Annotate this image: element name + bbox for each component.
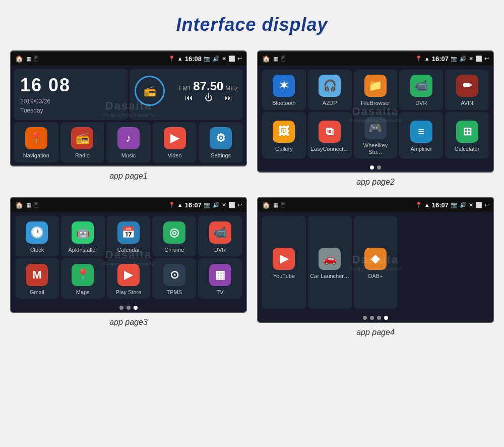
app-dab[interactable]: ◆ DAB+ [354,216,398,309]
back-icon-3[interactable]: ↩ [237,202,242,208]
amplifier-icon: ≡ [410,121,432,143]
clock-date: 2019/03/26 [20,98,121,105]
close-icon-4[interactable]: ✕ [469,202,473,208]
playstore-label: Play Store [116,289,142,296]
app-dvr-p3[interactable]: 📹 DVR [198,216,242,256]
maps-label: Maps [76,289,90,296]
clock-day: Tuesday [20,107,121,114]
apkinstaller-label: ApkInstaller [68,247,97,253]
status-bar-1: 🏠 ▦ 📱 📍 ▲ 16:08 📷 🔊 ✕ ⬜ ↩ [11,51,246,66]
signal-icon-1: ▲ [177,55,183,62]
app-filebrowser[interactable]: 📁 FileBrowser [354,70,398,110]
home-icon-3[interactable]: 🏠 [15,201,23,209]
signal-icon-3: ▲ [177,202,183,208]
app-maps[interactable]: 📍 Maps [61,258,105,299]
dvr-icon: 📹 [410,75,432,97]
app-music[interactable]: ♪ Music [106,122,151,162]
wheelkey-label: Wheelkey Stu… [356,142,396,155]
radio-widget[interactable]: 📻 FM1 87.50 MHz ⏮ [130,69,243,120]
app-apkinstaller[interactable]: 🤖 ApkInstaller [61,216,105,256]
app-bluetooth[interactable]: ✶ Bluetooth [262,70,306,110]
dot-2 [377,165,381,170]
volume-icon-2[interactable]: 🔊 [460,55,467,62]
clock-widget: 16 08 2019/03/26 Tuesday [14,69,128,120]
home-icon-1[interactable]: 🏠 [15,55,23,63]
app-clock[interactable]: 🕐 Clock [15,216,59,256]
radio-controls[interactable]: ⏮ ⏻ ⏭ [179,93,238,102]
dot-1 [370,165,374,170]
music-label: Music [121,152,136,159]
app-youtube[interactable]: ▶ YouTube [262,216,306,309]
dot-p4-3 [377,316,381,320]
radio-prev-prev[interactable]: ⏮ [185,93,193,102]
page1-top-widgets: 16 08 2019/03/26 Tuesday 📻 [14,69,243,120]
volume-icon-1[interactable]: 🔊 [213,55,220,62]
window-icon-3[interactable]: ⬜ [228,202,235,208]
app-gmail[interactable]: M Gmail [15,258,59,299]
app-video[interactable]: ▶ Video [153,122,197,162]
app-wheelkey[interactable]: 🎮 Wheelkey Stu… [354,112,398,158]
app-settings[interactable]: ⚙ Settings [199,122,243,162]
radio-label: Radio [75,152,90,159]
home-icon-2[interactable]: 🏠 [262,55,270,63]
camera-icon-4[interactable]: 📷 [451,202,458,208]
page3-dots [11,303,246,312]
tpms-label: TPMS [167,289,182,296]
calendar-icon: 📅 [117,221,140,244]
radio-power[interactable]: ⏻ [205,93,213,102]
close-icon-1[interactable]: ✕ [222,55,226,62]
page2-dots [258,162,493,172]
page1-content: 16 08 2019/03/26 Tuesday 📻 [11,66,246,165]
dvr-p3-label: DVR [214,247,226,253]
close-icon-2[interactable]: ✕ [469,55,473,62]
app-calculator[interactable]: ⊞ Calculator [445,112,489,158]
app-tv[interactable]: ▦ TV [198,258,242,299]
playstore-icon: ▶ [117,264,140,286]
calculator-label: Calculator [455,146,480,152]
screens-grid: 🏠 ▦ 📱 📍 ▲ 16:08 📷 🔊 ✕ ⬜ ↩ [0,45,504,347]
back-icon-4[interactable]: ↩ [484,202,489,208]
clock-icon: 🕐 [26,221,48,244]
camera-icon-1[interactable]: 📷 [204,55,211,62]
app-navigation[interactable]: 📍 Navigation [14,122,58,162]
time-display-4: 16:07 [432,201,449,209]
app-amplifier[interactable]: ≡ Amplifier [399,112,443,158]
time-display-3: 16:07 [185,201,202,209]
status-left-4: 🏠 ▦ 📱 [262,201,287,209]
app-chrome[interactable]: ◎ Chrome [152,216,196,256]
app-easyconnect[interactable]: ⧉ EasyConnect… [308,112,352,158]
carlauncher-label: Car Launcher… [310,273,349,280]
home-icon-4[interactable]: 🏠 [262,201,270,209]
tv-label: TV [217,289,224,296]
back-icon-2[interactable]: ↩ [484,55,489,62]
radio-next-next[interactable]: ⏭ [224,93,232,102]
radio-band-row: FM1 87.50 MHz [179,79,238,93]
clock-time: 16 08 [20,75,121,96]
app-a2dp[interactable]: 🎧 A2DP [308,70,352,110]
avin-icon: ✏ [456,75,478,97]
back-icon-1[interactable]: ↩ [237,55,242,62]
status-right-4: 📍 ▲ 16:07 📷 🔊 ✕ ⬜ ↩ [415,201,489,209]
app-gallery[interactable]: 🖼 Gallery [262,112,306,158]
window-icon-4[interactable]: ⬜ [475,202,482,208]
close-icon-3[interactable]: ✕ [222,202,226,208]
camera-icon-3[interactable]: 📷 [204,202,211,208]
dvr-label: DVR [415,100,427,106]
app-tpms[interactable]: ⊙ TPMS [152,258,196,299]
volume-icon-4[interactable]: 🔊 [460,202,467,208]
status-right-1: 📍 ▲ 16:08 📷 🔊 ✕ ⬜ ↩ [168,55,242,63]
app-carlauncher[interactable]: 🚗 Car Launcher… [308,216,352,309]
app-calendar[interactable]: 📅 Calendar [107,216,151,256]
volume-icon-3[interactable]: 🔊 [213,202,220,208]
status-left-3: 🏠 ▦ 📱 [15,201,40,209]
window-icon-2[interactable]: ⬜ [475,55,482,62]
app-avin[interactable]: ✏ AVIN [445,70,489,110]
radio-circle: 📻 [135,76,165,106]
wheelkey-icon: 🎮 [364,117,387,139]
location-icon-4: 📍 [415,202,422,208]
app-playstore[interactable]: ▶ Play Store [107,258,151,299]
app-dvr[interactable]: 📹 DVR [399,70,443,110]
camera-icon-2[interactable]: 📷 [451,55,458,62]
app-radio[interactable]: 📻 Radio [60,122,105,162]
window-icon-1[interactable]: ⬜ [228,55,235,62]
